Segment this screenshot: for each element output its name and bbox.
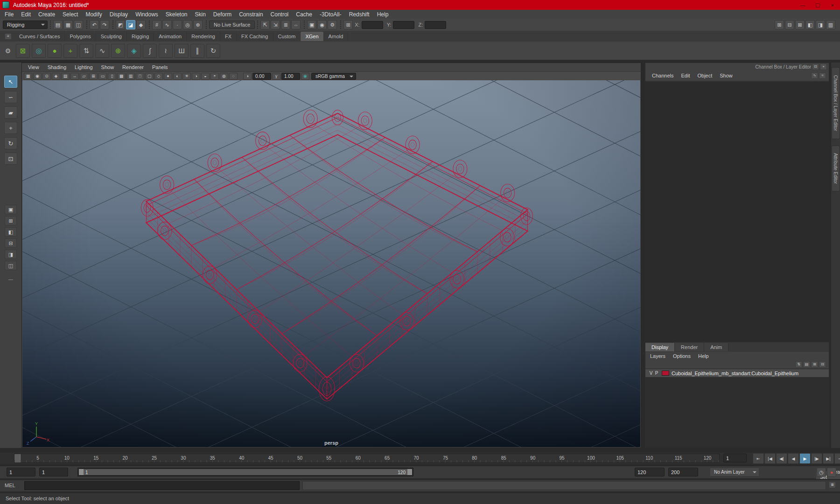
wireframe-mode-icon[interactable]: ◇ <box>154 73 163 80</box>
object-details-icon[interactable]: ⊟ <box>785 20 794 29</box>
scale-tool-icon[interactable]: ⊡ <box>4 153 17 165</box>
layer-editor-tab[interactable]: Display <box>645 343 675 351</box>
xgen-convert-to-poly-icon[interactable]: ◈ <box>127 44 141 58</box>
anim-layer-dropdown[interactable]: No Anim Layer <box>710 468 759 476</box>
play-backwards-button[interactable]: ◀ <box>788 453 799 464</box>
menu-item[interactable]: Select <box>59 10 82 19</box>
gamma-icon[interactable]: γ <box>272 73 280 80</box>
playback-start-field[interactable]: 1 <box>39 468 68 476</box>
construction-history-icon[interactable]: ≣ <box>281 20 290 29</box>
textured-mode-icon[interactable]: ◐ <box>173 73 182 80</box>
snap-to-point-icon[interactable]: ∙ <box>173 20 182 29</box>
layer-editor-menu-item[interactable]: Options <box>669 353 694 359</box>
menu-item[interactable]: Windows <box>132 10 162 19</box>
layer-editor-tab[interactable]: Anim <box>704 343 728 351</box>
menu-item[interactable]: Redshift <box>345 10 373 19</box>
live-surface-indicator[interactable]: No Live Surface <box>209 21 255 29</box>
menu-item[interactable]: Skeleton <box>162 10 191 19</box>
menu-item[interactable]: Control <box>267 10 293 19</box>
toolbox-collapse-button[interactable]: — <box>8 277 13 282</box>
shelf-tabs-menu-icon[interactable]: ≡ <box>5 33 12 40</box>
step-forward-key-button[interactable]: |▶ <box>811 453 822 464</box>
smooth-shade-icon[interactable]: ● <box>164 73 172 80</box>
viewport-menu-item[interactable]: Lighting <box>70 64 97 70</box>
inputs-to-selected-icon[interactable]: ⇱ <box>260 20 270 29</box>
xgen-preview-toggle-icon[interactable]: ∥ <box>190 44 204 58</box>
resolution-gate-icon[interactable]: ▯ <box>108 73 116 80</box>
layers-sort-icon[interactable]: ⇅ <box>795 361 802 368</box>
attribute-editor-toggle-icon[interactable]: ◧ <box>805 20 815 29</box>
viewport-menu-item[interactable]: Show <box>97 64 119 70</box>
select-camera-icon[interactable]: ▦ <box>24 73 32 80</box>
channel-box-menu-item[interactable]: Channels <box>648 73 677 78</box>
ipr-render-icon[interactable]: ◉ <box>317 20 327 29</box>
2d-pan-zoom-icon[interactable]: ↔ <box>70 73 79 80</box>
xray-icon[interactable]: ◍ <box>220 73 228 80</box>
menu-item[interactable]: Constrain <box>235 10 266 19</box>
viewport-menu-item[interactable]: Renderer <box>118 64 148 70</box>
redo-icon[interactable]: ↷ <box>100 20 109 29</box>
rotate-tool-icon[interactable]: ↻ <box>4 137 17 149</box>
menu-item[interactable]: Modify <box>82 10 105 19</box>
layer-row[interactable]: V P Cuboidal_Epithelium_mb_standart:Cubo… <box>645 369 829 377</box>
step-forward-frame-button[interactable]: ▶| <box>823 453 834 464</box>
xgen-add-guide-icon[interactable]: + <box>63 44 77 58</box>
go-to-start-button[interactable]: ⇤ <box>753 453 764 464</box>
xgen-export-patches-icon[interactable]: ◎ <box>32 44 46 58</box>
menu-item[interactable]: Create <box>35 10 59 19</box>
go-to-end-button[interactable]: ⇥ <box>834 453 840 464</box>
menu-item[interactable]: Cache <box>292 10 316 19</box>
step-back-key-button[interactable]: ◀| <box>776 453 787 464</box>
play-forwards-button[interactable]: ▶ <box>799 453 811 464</box>
titlebar[interactable]: Autodesk Maya 2016: untitled* — ▢ × <box>0 0 840 10</box>
new-layer-from-selected-icon[interactable]: ⊟ <box>819 361 826 368</box>
z-input[interactable] <box>425 21 446 29</box>
save-scene-icon[interactable]: ◫ <box>74 20 83 29</box>
xgen-curves-to-guides-icon[interactable]: ∫ <box>143 44 157 58</box>
select-component-icon[interactable]: ◆ <box>136 20 146 29</box>
layout-four-pane-button[interactable]: ⊞ <box>5 216 17 225</box>
channel-box-menu-item[interactable]: Edit <box>677 73 693 78</box>
safe-title-icon[interactable]: ▢ <box>145 73 154 80</box>
shadows-icon[interactable]: ◑ <box>192 73 200 80</box>
layout-persp-graph-button[interactable]: ⊟ <box>5 238 17 248</box>
new-empty-layer-icon[interactable]: ⊞ <box>811 361 818 368</box>
view-transform-dropdown[interactable]: sRGB gamma <box>311 73 356 80</box>
current-frame-marker[interactable] <box>14 454 21 462</box>
layer-editor-tab[interactable]: Render <box>675 343 704 351</box>
command-input[interactable] <box>24 481 300 490</box>
menu-item[interactable]: -3DtoAll- <box>316 10 345 19</box>
animation-end-field[interactable]: 200 <box>668 468 698 476</box>
layer-color-swatch[interactable] <box>662 371 669 376</box>
layout-single-pane-button[interactable]: ▣ <box>5 205 17 214</box>
move-tool-icon[interactable]: + <box>4 122 17 134</box>
channel-box-menu-item[interactable]: Show <box>716 73 736 78</box>
channel-box-menu-item[interactable]: Object <box>693 73 716 78</box>
menu-item[interactable]: File <box>1 10 17 19</box>
camera-attributes-icon[interactable]: ⊙ <box>42 73 51 80</box>
gamma-field[interactable]: 1.00 <box>281 73 300 80</box>
shelf-tab[interactable]: Curves / Surfaces <box>14 32 65 41</box>
grease-pencil-icon[interactable]: ▱ <box>80 73 88 80</box>
shelf-tab[interactable]: FX Caching <box>237 32 273 41</box>
xgen-lock-guide-icon[interactable]: ⊕ <box>111 44 125 58</box>
isolate-select-icon[interactable]: ◌ <box>229 73 238 80</box>
color-managed-icon[interactable]: ◉ <box>301 73 309 80</box>
shelf-tab[interactable]: Arnold <box>324 32 349 41</box>
xgen-guides-to-curves-icon[interactable]: ≀ <box>159 44 173 58</box>
layout-persp-outliner-button[interactable]: ◧ <box>5 227 17 237</box>
close-button[interactable]: × <box>825 0 840 10</box>
highlight-selection-icon[interactable]: ⊞ <box>775 20 784 29</box>
new-scene-icon[interactable]: ▤ <box>53 20 63 29</box>
layout-hypershade-button[interactable]: ◨ <box>5 250 17 259</box>
snap-to-grid-icon[interactable]: # <box>152 20 161 29</box>
image-plane-icon[interactable]: ▤ <box>61 73 70 80</box>
lighting-icon[interactable]: ☀ <box>182 73 191 80</box>
shelf-options-gear-icon[interactable]: ⚙ <box>3 46 13 56</box>
shelf-tab[interactable]: Animation <box>154 32 187 41</box>
exposure-field[interactable]: 0.00 <box>252 73 271 80</box>
command-language-toggle[interactable]: MEL <box>5 483 15 488</box>
menu-item[interactable]: Deform <box>210 10 235 19</box>
render-current-frame-icon[interactable]: ▣ <box>307 20 316 29</box>
viewport-canvas[interactable]: Y X Z persp <box>22 80 640 447</box>
